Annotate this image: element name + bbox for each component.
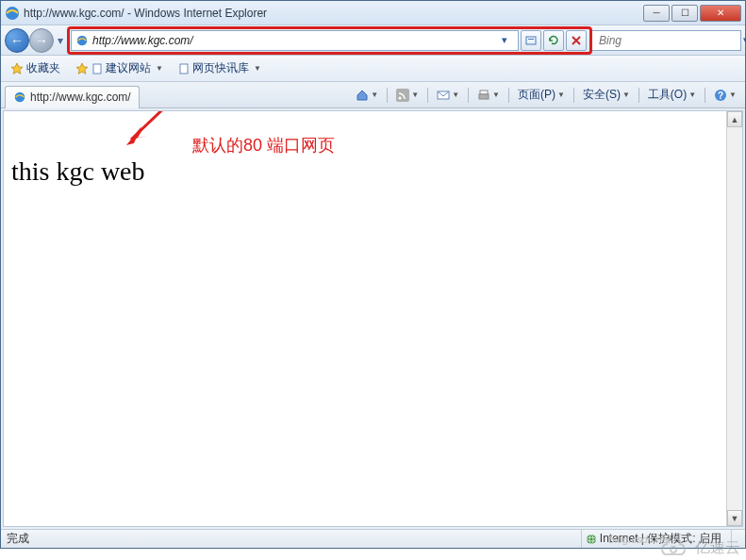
page-icon xyxy=(178,63,190,74)
nav-history-dropdown[interactable]: ▾ xyxy=(54,29,67,52)
annotation-text: 默认的80 端口网页 xyxy=(192,134,335,156)
chevron-down-icon: ▼ xyxy=(254,64,261,73)
home-button[interactable]: ▼ xyxy=(351,87,383,104)
command-bar: ▼ ▼ ▼ ▼ 页面(P)▼ 安全(S)▼ 工具(O)▼ ?▼ xyxy=(351,85,741,105)
address-dropdown[interactable]: ▾ xyxy=(495,31,514,50)
compat-view-button[interactable] xyxy=(521,30,541,51)
svg-rect-12 xyxy=(480,91,488,94)
favorites-button[interactable]: 收藏夹 xyxy=(7,58,64,78)
cloud-icon xyxy=(657,537,689,558)
status-bar: 完成 Internet | 保护模式: 启用 blog.csdn.net xyxy=(1,529,745,548)
tab-title: http://www.kgc.com/ xyxy=(30,91,131,104)
page-icon xyxy=(91,63,103,74)
home-icon xyxy=(356,89,369,102)
page-icon xyxy=(75,34,89,47)
favorites-label: 收藏夹 xyxy=(26,60,60,76)
scroll-up-button[interactable]: ▲ xyxy=(727,111,742,127)
search-input[interactable] xyxy=(599,34,741,47)
mail-button[interactable]: ▼ xyxy=(432,87,464,104)
watermark: 亿速云 xyxy=(657,537,740,558)
search-bar[interactable]: ▾ xyxy=(590,30,741,51)
watermark-text: 亿速云 xyxy=(695,538,740,558)
address-bar[interactable]: ▾ xyxy=(71,30,519,51)
svg-rect-7 xyxy=(180,64,188,74)
maximize-button[interactable]: ☐ xyxy=(671,5,698,22)
rss-button[interactable]: ▼ xyxy=(391,87,423,104)
svg-rect-3 xyxy=(528,39,534,40)
status-done: 完成 xyxy=(7,531,29,547)
print-button[interactable]: ▼ xyxy=(472,87,505,104)
safety-menu[interactable]: 安全(S)▼ xyxy=(578,85,635,105)
svg-point-22 xyxy=(671,547,676,552)
nav-buttons: ← → ▾ xyxy=(5,28,67,53)
back-button[interactable]: ← xyxy=(5,28,29,53)
navigation-bar: ← → ▾ ▾ ▾ xyxy=(1,25,745,56)
svg-point-19 xyxy=(587,535,596,544)
suggested-sites[interactable]: 建议网站 ▼ xyxy=(72,58,167,78)
minimize-button[interactable]: ─ xyxy=(643,5,670,22)
globe-icon xyxy=(586,534,597,545)
chevron-down-icon: ▼ xyxy=(156,64,163,73)
scroll-track[interactable] xyxy=(727,127,742,510)
tab-active[interactable]: http://www.kgc.com/ xyxy=(5,86,140,108)
tools-menu[interactable]: 工具(O)▼ xyxy=(643,85,701,105)
content-area: 默认的80 端口网页 this kgc web ▲ ▼ xyxy=(3,110,743,527)
page-menu[interactable]: 页面(P)▼ xyxy=(513,85,570,105)
help-icon: ? xyxy=(714,89,727,102)
url-input[interactable] xyxy=(92,34,493,47)
ie-icon xyxy=(13,91,26,104)
refresh-button[interactable] xyxy=(543,30,564,51)
print-icon xyxy=(477,89,490,102)
star-icon xyxy=(10,62,24,75)
vertical-scrollbar[interactable]: ▲ ▼ xyxy=(726,111,742,526)
svg-rect-13 xyxy=(479,94,489,99)
window-controls: ─ ☐ ✕ xyxy=(643,5,741,22)
forward-button[interactable]: → xyxy=(29,28,54,53)
browser-window: http://www.kgc.com/ - Windows Internet E… xyxy=(0,0,746,549)
titlebar: http://www.kgc.com/ - Windows Internet E… xyxy=(1,1,745,25)
help-button[interactable]: ?▼ xyxy=(709,87,741,104)
star-group-icon xyxy=(75,62,89,75)
svg-text:?: ? xyxy=(718,91,723,101)
mail-icon xyxy=(437,89,450,102)
svg-rect-6 xyxy=(93,64,101,74)
scroll-down-button[interactable]: ▼ xyxy=(727,510,742,526)
quick-label: 网页快讯库 xyxy=(192,60,249,76)
rss-icon xyxy=(396,89,409,102)
stop-button[interactable] xyxy=(566,30,587,51)
web-slice-gallery[interactable]: 网页快讯库 ▼ xyxy=(174,58,265,78)
address-wrap: ▾ ▾ xyxy=(71,30,741,51)
close-button[interactable]: ✕ xyxy=(700,5,741,22)
page-body-text: this kgc web xyxy=(4,111,742,187)
ie-icon xyxy=(5,6,20,21)
tab-bar: http://www.kgc.com/ ▼ ▼ ▼ ▼ 页面(P)▼ 安全(S)… xyxy=(1,82,745,108)
suggested-label: 建议网站 xyxy=(106,60,151,76)
svg-point-10 xyxy=(399,96,402,99)
favorites-bar: 收藏夹 建议网站 ▼ 网页快讯库 ▼ xyxy=(1,56,745,82)
svg-rect-2 xyxy=(526,37,536,44)
window-title: http://www.kgc.com/ - Windows Internet E… xyxy=(24,7,643,20)
